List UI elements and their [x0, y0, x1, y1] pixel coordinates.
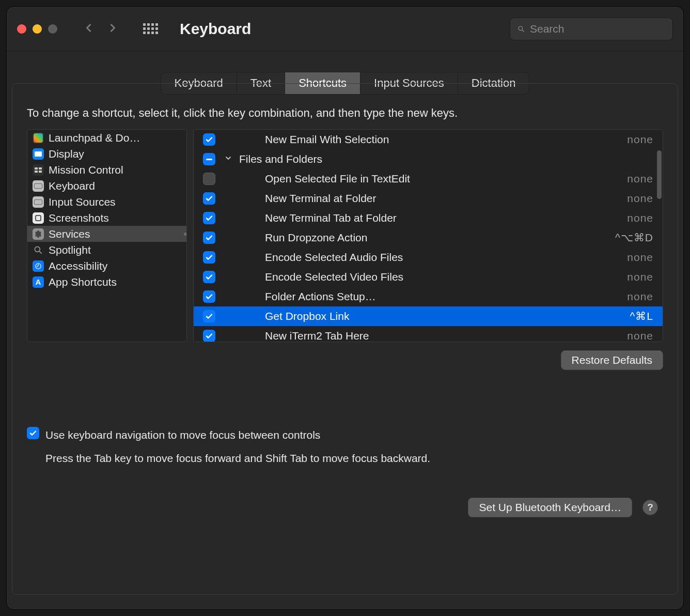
service-row[interactable]: Run Dropzone Action^⌥⌘D: [194, 228, 663, 248]
restore-defaults-button[interactable]: Restore Defaults: [561, 350, 663, 370]
service-row[interactable]: New iTerm2 Tab Herenone: [194, 326, 663, 342]
service-shortcut: none: [627, 271, 653, 283]
service-checkbox[interactable]: [203, 271, 215, 283]
service-label: Files and Folders: [239, 153, 653, 165]
sidebar-item-display[interactable]: Display: [27, 146, 186, 162]
sidebar-icon: A: [33, 276, 44, 288]
svg-point-2: [35, 247, 40, 252]
sidebar-item-accessibility[interactable]: Accessibility: [27, 258, 186, 274]
service-shortcut: none: [627, 251, 653, 264]
chevron-down-icon[interactable]: [225, 155, 232, 164]
window-title: Keyboard: [180, 20, 497, 38]
service-label: Encode Selected Video Files: [265, 271, 620, 283]
traffic-lights: [17, 24, 57, 34]
keyboard-nav-option: Use keyboard navigation to move focus be…: [27, 427, 663, 467]
service-shortcut: none: [627, 133, 653, 146]
sidebar-item-label: Spotlight: [49, 244, 91, 256]
sidebar-icon: [33, 132, 44, 144]
sidebar-item-label: Accessibility: [49, 260, 107, 272]
forward-button[interactable]: [108, 23, 117, 35]
sidebar-item-label: Launchpad & Do…: [49, 132, 140, 144]
preferences-window: Keyboard KeyboardTextShortcutsInput Sour…: [6, 6, 684, 610]
service-checkbox[interactable]: [203, 153, 215, 165]
service-shortcut: none: [627, 173, 653, 185]
service-shortcut: none: [627, 290, 653, 303]
nav-buttons: [84, 23, 117, 35]
service-row[interactable]: New Email With Selectionnone: [194, 130, 663, 149]
service-label: Run Dropzone Action: [265, 232, 608, 244]
bluetooth-keyboard-button[interactable]: Set Up Bluetooth Keyboard…: [468, 498, 632, 517]
service-label: Get Dropbox Link: [265, 310, 622, 322]
service-label: New iTerm2 Tab Here: [265, 330, 620, 342]
sidebar-item-label: Keyboard: [49, 180, 95, 192]
service-checkbox[interactable]: [203, 173, 215, 185]
category-sidebar: Launchpad & Do…DisplayMission ControlKey…: [27, 129, 187, 342]
service-checkbox[interactable]: [203, 310, 215, 322]
keyboard-nav-checkbox[interactable]: [27, 427, 39, 439]
service-shortcut: ^⌥⌘D: [615, 232, 653, 244]
sidebar-item-spotlight[interactable]: Spotlight: [27, 242, 186, 258]
sidebar-item-services[interactable]: Services: [27, 226, 186, 242]
titlebar: Keyboard: [7, 7, 683, 51]
sidebar-item-label: Screenshots: [49, 212, 109, 224]
service-checkbox[interactable]: [203, 290, 215, 303]
sidebar-icon: [33, 148, 44, 160]
service-label: Open Selected File in TextEdit: [265, 173, 620, 185]
services-list: New Email With SelectionnoneFiles and Fo…: [193, 129, 663, 342]
search-field[interactable]: [510, 18, 673, 40]
sidebar-icon: [33, 228, 44, 240]
sidebar-item-label: Mission Control: [49, 164, 123, 176]
zoom-button[interactable]: [48, 24, 57, 34]
service-row[interactable]: New Terminal at Foldernone: [194, 189, 663, 208]
service-row[interactable]: Folder Actions Setup…none: [194, 287, 663, 306]
sidebar-item-app-shortcuts[interactable]: AApp Shortcuts: [27, 274, 186, 290]
service-label: Encode Selected Audio Files: [265, 251, 620, 264]
show-all-icon[interactable]: [143, 23, 158, 34]
service-checkbox[interactable]: [203, 212, 215, 224]
service-checkbox[interactable]: [203, 232, 215, 244]
minimize-button[interactable]: [33, 24, 42, 34]
sidebar-item-input-sources[interactable]: Input Sources: [27, 194, 186, 210]
service-checkbox[interactable]: [203, 133, 215, 146]
service-row[interactable]: Encode Selected Video Filesnone: [194, 267, 663, 287]
sidebar-item-mission-control[interactable]: Mission Control: [27, 162, 186, 178]
service-shortcut: ^⌘L: [630, 310, 653, 322]
service-checkbox[interactable]: [203, 251, 215, 264]
service-checkbox[interactable]: [203, 192, 215, 205]
sidebar-icon: [33, 212, 44, 224]
service-label: New Terminal Tab at Folder: [265, 212, 620, 224]
service-group-row[interactable]: Files and Folders: [194, 149, 663, 169]
search-input[interactable]: [530, 23, 665, 35]
sidebar-icon: [33, 164, 44, 176]
service-shortcut: none: [627, 330, 653, 342]
sidebar-icon: [33, 180, 44, 192]
service-row[interactable]: New Terminal Tab at Foldernone: [194, 208, 663, 228]
close-button[interactable]: [17, 24, 26, 34]
search-icon: [518, 23, 525, 35]
svg-line-3: [39, 251, 42, 254]
back-button[interactable]: [84, 23, 93, 35]
sidebar-item-label: Input Sources: [49, 196, 116, 208]
sidebar-item-label: Display: [49, 148, 84, 160]
service-row[interactable]: Encode Selected Audio Filesnone: [194, 248, 663, 267]
service-row[interactable]: Open Selected File in TextEditnone: [194, 169, 663, 189]
sidebar-item-label: App Shortcuts: [49, 276, 117, 288]
service-label: New Terminal at Folder: [265, 192, 620, 205]
sidebar-item-screenshots[interactable]: Screenshots: [27, 210, 186, 226]
service-row[interactable]: Get Dropbox Link^⌘L: [194, 306, 663, 326]
sidebar-item-label: Services: [49, 228, 90, 240]
service-checkbox[interactable]: [203, 330, 215, 342]
scrollbar[interactable]: [657, 150, 662, 199]
sidebar-icon: [33, 244, 44, 256]
keyboard-nav-hint: Press the Tab key to move focus forward …: [45, 450, 430, 467]
instruction-text: To change a shortcut, select it, click t…: [27, 106, 663, 120]
sidebar-item-keyboard[interactable]: Keyboard: [27, 178, 186, 194]
service-shortcut: none: [627, 192, 653, 205]
service-label: New Email With Selection: [265, 133, 620, 146]
help-button[interactable]: ?: [642, 500, 658, 515]
shortcuts-panel: To change a shortcut, select it, click t…: [12, 83, 678, 595]
sidebar-item-launchpad-do-[interactable]: Launchpad & Do…: [27, 130, 186, 146]
sidebar-icon: [33, 260, 44, 272]
svg-line-1: [522, 29, 524, 32]
keyboard-nav-label: Use keyboard navigation to move focus be…: [45, 427, 430, 444]
